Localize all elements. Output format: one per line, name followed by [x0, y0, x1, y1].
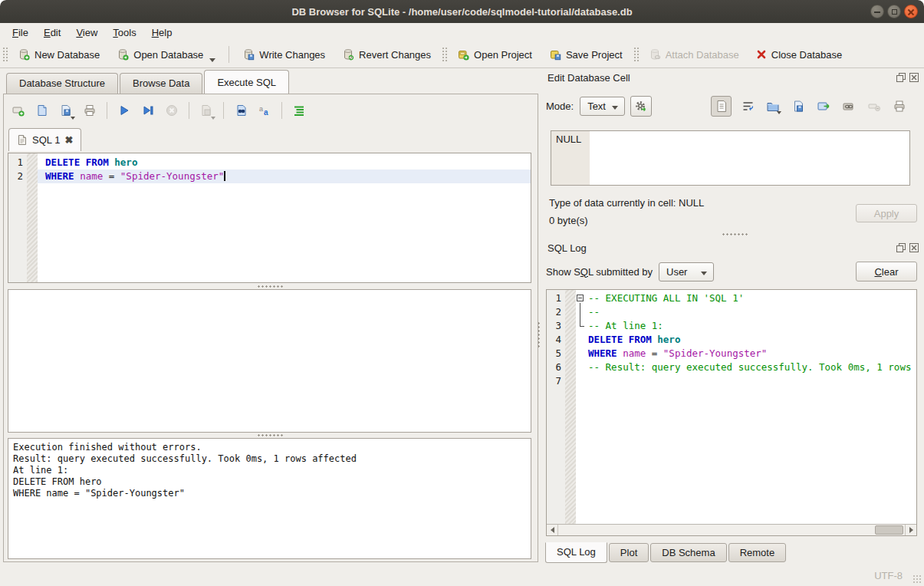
resize-grip[interactable]: [912, 574, 922, 584]
sql-log-dock-header: SQL Log: [547, 241, 919, 255]
menu-help[interactable]: Help: [144, 25, 180, 40]
toolbar-grip[interactable]: [2, 46, 8, 63]
text-mode-icon[interactable]: [711, 96, 732, 117]
maximize-button[interactable]: [887, 5, 901, 18]
dock-splitter-handle[interactable]: [722, 232, 748, 236]
cell-null-strip: NULL: [551, 131, 590, 185]
project-open-icon: [457, 48, 469, 61]
execute-all-button[interactable]: [114, 100, 134, 120]
export-file-icon[interactable]: [789, 97, 807, 115]
mode-label: Mode:: [546, 100, 574, 112]
encoding-indicator[interactable]: UTF-8: [874, 570, 903, 581]
splitter-handle[interactable]: [257, 433, 283, 437]
main-area: Database Structure Browse Data Execute S…: [0, 68, 924, 565]
tab-browse-data[interactable]: Browse Data: [120, 73, 202, 94]
filter-label: Show SQL submitted by: [546, 266, 653, 278]
cell-type-info: Type of data currently in cell: NULL: [549, 197, 704, 209]
menubar: File Edit View Tools Help: [0, 23, 924, 41]
database-attach-icon: [649, 48, 661, 61]
save-sql-dropdown-icon[interactable]: [71, 117, 75, 120]
close-database-button[interactable]: Close Database: [748, 43, 851, 66]
horizontal-scrollbar[interactable]: [547, 524, 916, 535]
open-sql-file-button[interactable]: [32, 100, 52, 120]
code-line: 2WHERE name = "Spider-Youngster": [8, 170, 531, 183]
new-sql-tab-button[interactable]: [8, 100, 28, 120]
find-replace-button[interactable]: [231, 100, 251, 120]
autocomplete-button[interactable]: aa: [255, 100, 275, 120]
tab-sql-log[interactable]: SQL Log: [545, 542, 607, 563]
svg-text:a: a: [259, 105, 263, 113]
stop-button: [162, 100, 182, 120]
code-line: 3-- At line 1:: [547, 319, 916, 333]
close-button[interactable]: [904, 5, 918, 18]
right-pane: Edit Database Cell Mode: Text: [541, 68, 924, 565]
tab-remote[interactable]: Remote: [728, 543, 787, 562]
sql-toolbar-separator: [223, 102, 224, 119]
cell-size-info: 0 byte(s): [549, 215, 588, 226]
menu-tools[interactable]: Tools: [105, 25, 143, 40]
tab-database-structure[interactable]: Database Structure: [6, 73, 118, 94]
submitted-by-select[interactable]: User: [659, 262, 714, 281]
format-sql-button[interactable]: [289, 100, 309, 120]
save-sql-file-button[interactable]: [56, 100, 76, 120]
word-wrap-icon[interactable]: [738, 97, 757, 115]
copy-link-icon[interactable]: [840, 97, 858, 115]
apply-mode-button[interactable]: [630, 96, 652, 117]
code-line: 1DELETE FROM hero: [8, 156, 531, 170]
scrollbar-thumb[interactable]: [875, 525, 903, 535]
splitter-handle[interactable]: [257, 285, 283, 288]
dock-float-icon[interactable]: [896, 242, 906, 253]
sql-file-tab[interactable]: SQL 1 ✖: [8, 128, 81, 151]
sql-log-view[interactable]: 1-- EXECUTING ALL IN 'SQL 1'2--3-- At li…: [546, 289, 917, 536]
execution-message-pane[interactable]: Execution finished without errors.Result…: [8, 438, 531, 559]
dock-close-icon[interactable]: [909, 242, 919, 253]
statusbar: UTF-8: [0, 565, 924, 586]
cell-mode-row: Mode: Text: [546, 94, 919, 117]
close-tab-icon[interactable]: ✖: [64, 134, 73, 146]
sql-toolbar: aa: [8, 99, 309, 122]
sql-file-tab-bar: SQL 1 ✖: [8, 128, 81, 151]
results-grid[interactable]: [8, 289, 531, 433]
open-external-icon[interactable]: [814, 97, 833, 115]
save-project-button[interactable]: Save Project: [541, 43, 631, 66]
new-database-button[interactable]: New Database: [9, 43, 108, 66]
minimize-button[interactable]: [870, 5, 884, 18]
menu-edit[interactable]: Edit: [36, 25, 68, 40]
code-line: 2--: [547, 305, 916, 319]
print-cell-icon[interactable]: [890, 97, 909, 115]
scroll-right-arrow[interactable]: [905, 525, 916, 535]
mode-select[interactable]: Text: [580, 97, 625, 116]
import-file-icon[interactable]: [764, 97, 782, 115]
tab-plot[interactable]: Plot: [609, 543, 649, 562]
open-project-button[interactable]: Open Project: [449, 43, 541, 66]
sql-file-icon: [17, 134, 28, 146]
code-line: 5WHERE name = "Spider-Youngster": [547, 347, 916, 360]
dock-close-icon[interactable]: [909, 72, 919, 83]
execute-line-button[interactable]: [138, 100, 158, 120]
toolbar-grip[interactable]: [633, 46, 639, 63]
clear-log-button[interactable]: Clear: [856, 262, 917, 281]
code-line: 1-- EXECUTING ALL IN 'SQL 1': [547, 291, 916, 305]
save-results-button: [196, 100, 216, 120]
scroll-left-arrow[interactable]: [547, 525, 558, 535]
menu-view[interactable]: View: [68, 25, 105, 40]
import-dropdown-icon[interactable]: [777, 111, 781, 114]
write-changes-button[interactable]: Write Changes: [234, 43, 334, 66]
sql-editor[interactable]: 1DELETE FROM hero2WHERE name = "Spider-Y…: [8, 153, 531, 283]
app-window: DB Browser for SQLite - /home/user/code/…: [0, 0, 924, 586]
toolbar-grip[interactable]: [441, 46, 447, 63]
tab-db-schema[interactable]: DB Schema: [650, 543, 726, 562]
open-database-button[interactable]: Open Database: [108, 43, 224, 66]
print-button[interactable]: [80, 100, 100, 120]
window-controls: [870, 5, 918, 18]
dock-float-icon[interactable]: [896, 72, 906, 83]
open-database-dropdown-icon[interactable]: [209, 58, 215, 62]
execute-sql-panel: aa SQL 1 ✖ 1DELETE FROM hero2WH: [3, 94, 538, 562]
cell-value-editor[interactable]: NULL: [551, 130, 910, 186]
titlebar[interactable]: DB Browser for SQLite - /home/user/code/…: [0, 0, 924, 23]
revert-changes-button[interactable]: Revert Changes: [334, 43, 439, 66]
toolbar-separator: [229, 46, 229, 63]
menu-file[interactable]: File: [5, 25, 36, 40]
apply-button: Apply: [856, 204, 917, 222]
tab-execute-sql[interactable]: Execute SQL: [204, 70, 289, 94]
